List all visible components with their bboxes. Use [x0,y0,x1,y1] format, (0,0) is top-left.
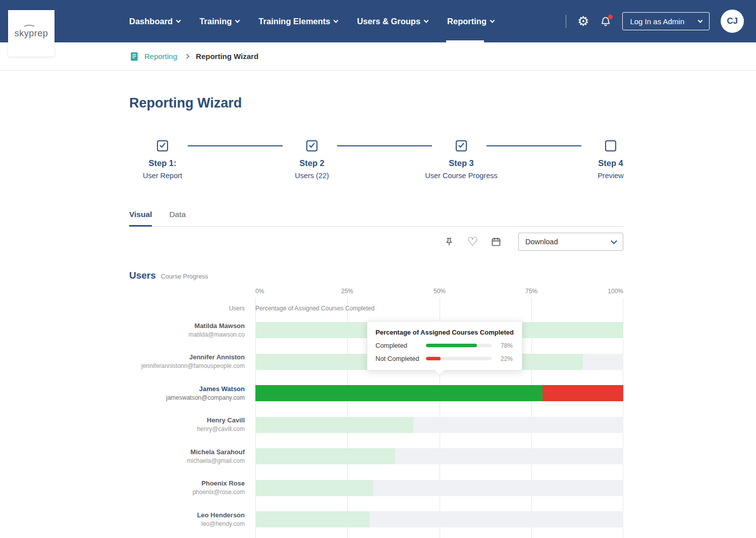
check-icon [159,141,166,147]
chart-title: Users [129,270,156,281]
user-label: James Watsonjameswatson@company.com [129,385,255,402]
logo-text: skyprep [15,28,48,39]
avatar[interactable]: CJ [721,10,744,33]
tooltip-not-completed-bar [426,357,492,360]
chevron-down-icon [235,18,240,23]
tooltip-not-completed-value: 22% [497,355,513,362]
download-label: Download [525,238,558,246]
user-name: Jennifer Anniston [129,353,245,361]
users-column-header: Users [129,305,245,312]
tooltip-not-completed-row: Not Completed 22% [375,355,514,362]
check-icon [458,141,464,147]
main-nav: Dashboard Training Training Elements Use… [129,0,494,42]
user-email: phoenix@rose.com [129,489,245,496]
gear-icon[interactable]: ⚙ [577,15,589,28]
chart-row: Leo Hendersonleo@hendy.com [129,504,623,535]
page-title: Reporting Wizard [129,95,623,111]
completed-segment[interactable] [255,448,395,464]
column-headers: Users Percentage of Assigned Courses Com… [129,305,623,312]
user-name: James Watson [129,385,245,393]
tooltip-completed-value: 78% [497,342,513,349]
user-label: Michela Sarahoufmichaela@gmail.com [129,448,255,465]
skyprep-logo[interactable]: skyprep [8,10,55,57]
completed-segment[interactable] [255,511,369,527]
report-icon [129,51,139,62]
axis-tick: 100% [608,288,623,295]
tooltip-not-completed-fill [426,357,441,360]
chevron-down-icon [424,18,429,23]
step-4-subtitle: Preview [555,171,666,180]
step-1-title: Step 1: [107,158,218,168]
x-axis-ticks: 0% 25% 50% 75% 100% [129,288,623,295]
not-completed-segment[interactable] [543,385,623,401]
nav-dashboard-label: Dashboard [129,17,173,26]
step-1-checkbox[interactable] [157,140,168,151]
favorite-icon[interactable]: ♡ [467,236,478,248]
progress-bar[interactable] [255,480,623,496]
completed-segment[interactable] [255,417,413,433]
report-toolbar: ♡ Download [129,233,623,251]
bell-icon[interactable] [600,15,611,27]
step-4: Step 4 Preview [555,140,666,180]
breadcrumb-current: Reporting Wizard [196,52,258,61]
user-email: leo@hendy.com [129,520,245,528]
tooltip-completed-row: Completed 78% [375,342,514,349]
top-navbar: Dashboard Training Training Elements Use… [0,0,756,42]
step-1: Step 1: User Report [107,140,218,180]
step-2-subtitle: Users (22) [256,171,367,180]
progress-bar[interactable] [255,385,623,401]
main-content: Reporting Wizard Step 1: User Report Ste… [129,71,623,538]
nav-users-groups-label: Users & Groups [357,17,420,26]
wizard-stepper: Step 1: User Report Step 2 Users (22) St… [129,140,623,189]
nav-training-elements[interactable]: Training Elements [258,0,338,42]
user-name: Henry Cavill [129,416,245,424]
completed-segment[interactable] [255,480,373,496]
tab-visual[interactable]: Visual [129,210,152,227]
nav-training[interactable]: Training [199,0,239,42]
calendar-icon[interactable] [491,237,501,247]
avatar-initials: CJ [727,16,738,26]
axis-tick: 25% [341,288,353,295]
chevron-down-icon [611,238,617,244]
chevron-down-icon [334,18,339,23]
nav-reporting[interactable]: Reporting [447,0,494,42]
chevron-right-icon [185,54,190,59]
login-as-admin-button[interactable]: Log In as Admin [622,12,710,30]
user-label: Jennifer Annistonjenniferannistonn@famou… [129,353,255,370]
completed-segment[interactable] [255,385,543,401]
logo-swoosh [23,25,36,31]
user-email: jenniferannistonn@famouspeople.com [129,362,245,370]
user-label: Henry Cavillhenry@cavill.com [129,416,255,433]
step-4-checkbox[interactable] [605,140,616,151]
user-email: michaela@gmail.com [129,457,245,465]
step-3-checkbox[interactable] [456,140,467,151]
progress-bar[interactable] [255,417,623,433]
breadcrumb-reporting-link[interactable]: Reporting [144,52,177,61]
chart-row: Phoenix Rosephoenix@rose.com [129,472,623,504]
view-tabs: Visual Data [129,210,623,227]
user-email: jameswatson@company.com [129,394,245,402]
tab-data[interactable]: Data [169,210,186,226]
pin-icon[interactable] [445,236,454,247]
chevron-down-icon [176,18,181,23]
nav-dashboard[interactable]: Dashboard [129,0,180,42]
step-2-checkbox[interactable] [306,140,317,151]
check-icon [309,141,315,147]
chart-row: James Watsonjameswatson@company.com [129,378,623,409]
progress-bar[interactable] [255,448,623,464]
tooltip-completed-label: Completed [375,342,425,349]
user-email: matilda@mawson.co [129,331,245,339]
tooltip-title: Percentage of Assigned Courses Completed [375,329,514,336]
tooltip-not-completed-label: Not Completed [375,355,425,362]
download-dropdown[interactable]: Download [518,233,623,251]
user-name: Leo Henderson [129,511,245,519]
step-3: Step 3 User Course Progress [406,140,517,180]
progress-bar[interactable] [255,511,623,527]
nav-reporting-label: Reporting [447,17,487,26]
nav-divider [566,15,566,28]
breadcrumb: Reporting Reporting Wizard [0,42,756,71]
chart-row: Michela Sarahoufmichaela@gmail.com [129,441,623,472]
chart-header: Users Course Progress [129,270,623,281]
nav-users-groups[interactable]: Users & Groups [357,0,428,42]
chart-row: Henry Cavillhenry@cavill.com [129,409,623,441]
